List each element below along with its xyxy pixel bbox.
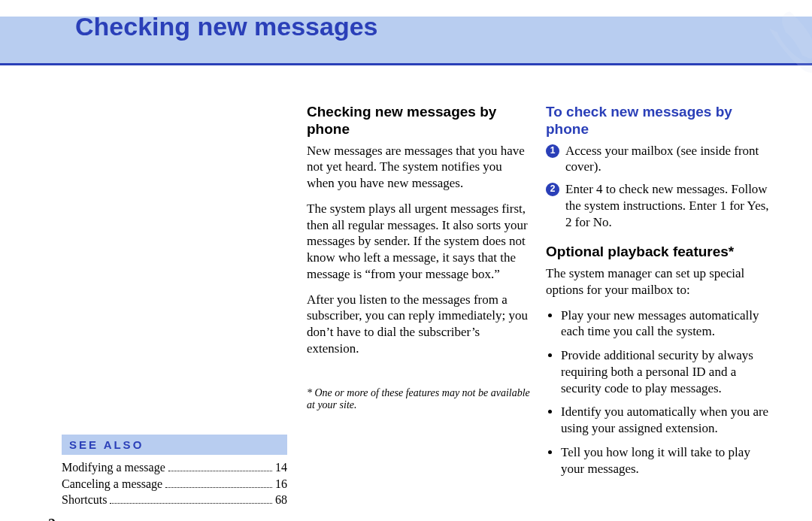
column-right: To check new messages by phone 1 Access … [546, 104, 771, 484]
step-badge-2-icon: 2 [546, 183, 559, 196]
toc-page: 68 [275, 492, 287, 508]
footnote: * One or more of these features may not … [307, 387, 532, 413]
footer-page-number: 2 [48, 516, 56, 521]
see-also-item[interactable]: Shortcuts 68 [62, 492, 287, 508]
content-area: SEE ALSO Modifying a message 14 Cancelin… [62, 104, 789, 521]
section-heading: Optional playback features* [546, 244, 771, 261]
section-heading-procedure: To check new messages by phone [546, 104, 771, 138]
toc-label: Modifying a message [62, 459, 165, 476]
header-band: Checking new messages [0, 17, 812, 65]
phone-icon [744, 8, 812, 90]
body-paragraph: After you listen to the messages from a … [307, 292, 532, 357]
toc-label: Shortcuts [62, 492, 107, 508]
see-also-heading: SEE ALSO [62, 435, 287, 455]
see-also-list: Modifying a message 14 Canceling a messa… [62, 459, 287, 508]
page-footer: 2 ▲ NEAXMAIL IM-16 USER GUIDE [48, 516, 198, 521]
numbered-step: 1 Access your mailbox (see inside front … [546, 143, 771, 176]
triangle-icon: ▲ [60, 519, 70, 522]
column-middle: Checking new messages by phone New messa… [307, 104, 532, 423]
body-paragraph: The system manager can set up special op… [546, 265, 771, 298]
step-badge-1-icon: 1 [546, 144, 559, 158]
toc-leader [168, 471, 272, 471]
page: Checking new messages SEE ALSO Modifying… [0, 17, 812, 521]
toc-leader [110, 503, 272, 504]
body-paragraph: New messages are messages that you have … [307, 143, 532, 192]
list-item: Play your new messages automatically eac… [561, 307, 771, 341]
page-title: Checking new messages [75, 12, 378, 41]
see-also-item[interactable]: Canceling a message 16 [62, 476, 287, 492]
toc-leader [165, 487, 272, 488]
toc-label: Canceling a message [62, 476, 162, 492]
toc-page: 14 [275, 459, 287, 476]
step-text: Enter 4 to check new messages. Follow th… [565, 181, 771, 230]
numbered-step: 2 Enter 4 to check new messages. Follow … [546, 181, 771, 230]
list-item: Tell you how long it will take to play y… [561, 444, 771, 477]
column-left: SEE ALSO Modifying a message 14 Cancelin… [62, 104, 287, 508]
section-heading: Checking new messages by phone [307, 104, 532, 138]
bullet-list: Play your new messages automatically eac… [546, 307, 771, 477]
list-item: Identify you automatically when you are … [561, 404, 771, 437]
body-paragraph: The system plays all urgent messages fir… [307, 201, 532, 283]
step-text: Access your mailbox (see inside front co… [565, 143, 771, 176]
toc-page: 16 [275, 476, 287, 492]
list-item: Provide additional security by always re… [561, 347, 771, 396]
see-also-item[interactable]: Modifying a message 14 [62, 459, 287, 476]
